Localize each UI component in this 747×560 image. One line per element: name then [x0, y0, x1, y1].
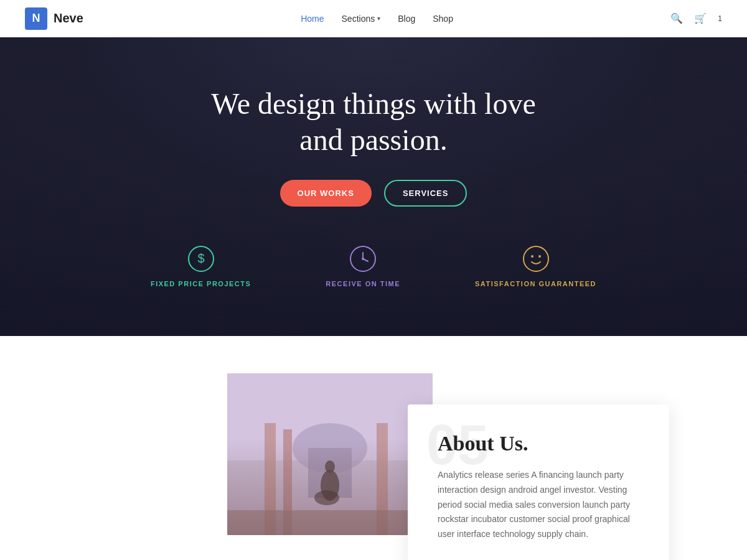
svg-rect-14	[283, 429, 292, 535]
about-title: About Us.	[438, 432, 639, 455]
nav-blog-link[interactable]: Blog	[398, 14, 415, 24]
about-illustration	[227, 373, 433, 535]
services-button[interactable]: SERVICES	[384, 180, 467, 207]
svg-point-18	[325, 460, 335, 473]
svg-text:$: $	[197, 251, 204, 265]
feature-on-time: RECEIVE ON TIME	[326, 244, 400, 287]
nav-sections-link[interactable]: Sections	[342, 14, 375, 24]
about-text: Analytics release series A financing lau…	[438, 468, 639, 542]
our-works-button[interactable]: OUR WORKS	[280, 180, 372, 207]
logo-text: Neve	[54, 11, 83, 26]
logo[interactable]: N Neve	[25, 7, 83, 30]
hero-content: We design things with love and passion. …	[126, 86, 621, 287]
svg-point-17	[321, 470, 339, 501]
feature-fixed-price-label: FIXED PRICE PROJECTS	[151, 280, 251, 287]
feature-satisfaction: SATISFACTION GUARANTEED	[475, 244, 596, 287]
about-image	[227, 373, 433, 535]
feature-fixed-price: $ FIXED PRICE PROJECTS	[151, 244, 251, 287]
nav-sections[interactable]: Sections ▾	[342, 14, 381, 24]
svg-point-7	[531, 255, 533, 258]
svg-rect-16	[227, 510, 433, 535]
nav-home[interactable]: Home	[301, 13, 324, 24]
svg-rect-13	[265, 423, 276, 535]
hero-features: $ FIXED PRICE PROJECTS RECEIVE ON TIME	[151, 244, 596, 287]
feature-satisfaction-label: SATISFACTION GUARANTEED	[475, 280, 596, 287]
svg-point-6	[524, 246, 548, 271]
nav-icons: 🔍 🛒 1	[670, 12, 722, 24]
svg-rect-10	[227, 373, 433, 460]
hero-title: We design things with love and passion.	[151, 86, 596, 157]
navbar: N Neve Home Sections ▾ Blog Shop 🔍 🛒 1	[0, 0, 747, 37]
svg-point-5	[362, 258, 364, 260]
nav-home-link[interactable]: Home	[301, 14, 324, 24]
chevron-down-icon: ▾	[377, 15, 380, 22]
svg-point-19	[314, 490, 339, 505]
hero-buttons: OUR WORKS SERVICES	[151, 180, 596, 207]
cart-icon[interactable]: 🛒	[694, 12, 707, 24]
svg-rect-15	[377, 423, 388, 535]
about-section: 05 About Us. Analytics release series A …	[0, 336, 747, 560]
dollar-circle-icon: $	[186, 244, 216, 274]
nav-shop[interactable]: Shop	[433, 13, 453, 24]
clock-icon	[348, 244, 378, 274]
svg-point-11	[293, 423, 367, 473]
search-icon[interactable]: 🔍	[670, 12, 683, 24]
svg-point-8	[538, 255, 541, 258]
about-card: 05 About Us. Analytics release series A …	[408, 404, 669, 560]
smile-icon	[521, 244, 551, 274]
logo-icon: N	[25, 7, 47, 30]
feature-on-time-label: RECEIVE ON TIME	[326, 280, 400, 287]
hero-section: We design things with love and passion. …	[0, 37, 747, 336]
cart-count: 1	[718, 14, 722, 23]
about-image-wrapper	[227, 373, 433, 535]
nav-shop-link[interactable]: Shop	[433, 14, 453, 24]
nav-links: Home Sections ▾ Blog Shop	[301, 13, 453, 24]
nav-blog[interactable]: Blog	[398, 13, 415, 24]
svg-rect-12	[308, 448, 352, 498]
